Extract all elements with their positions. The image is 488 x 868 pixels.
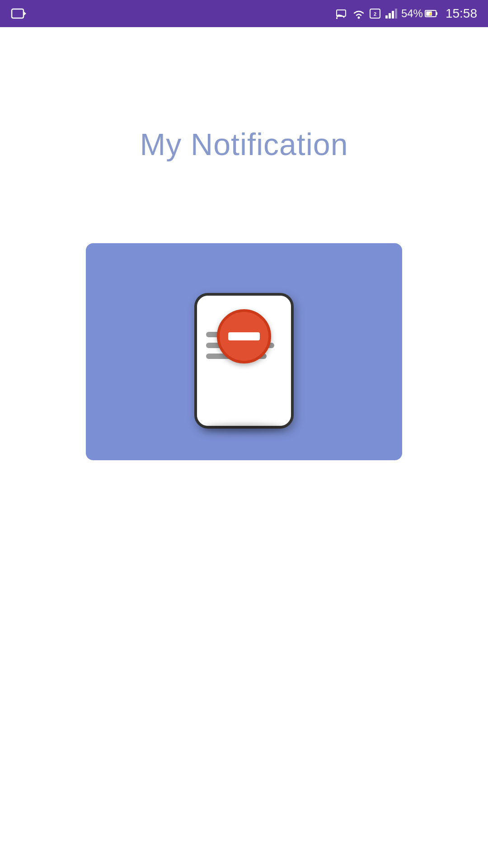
svg-marker-1 <box>23 11 26 16</box>
empty-notification-illustration <box>86 243 402 460</box>
svg-text:2: 2 <box>374 11 376 17</box>
svg-rect-9 <box>392 11 394 19</box>
battery-indicator: 54% ⚡ <box>401 7 438 20</box>
svg-rect-8 <box>389 13 391 19</box>
blocked-icon <box>217 309 271 363</box>
svg-rect-10 <box>395 9 397 19</box>
signal-icon <box>385 8 398 19</box>
svg-rect-7 <box>385 15 388 19</box>
phone-shadow <box>203 424 285 432</box>
battery-icon: ⚡ <box>425 9 438 18</box>
main-content: My Notification <box>0 27 488 460</box>
svg-point-4 <box>357 17 360 19</box>
svg-rect-0 <box>12 9 23 18</box>
wifi-icon <box>352 8 365 19</box>
status-icons: 2 54% ⚡ <box>336 7 438 20</box>
svg-point-3 <box>336 18 338 19</box>
sim2-icon: 2 <box>369 8 381 19</box>
screencast-icon <box>11 7 27 20</box>
svg-rect-12 <box>436 12 437 15</box>
status-bar-left <box>11 7 27 20</box>
blocked-icon-bar <box>228 332 260 340</box>
status-bar: 2 54% ⚡ 15:58 <box>0 0 488 27</box>
phone-graphic <box>172 266 316 438</box>
status-bar-right: 2 54% ⚡ 15:58 <box>336 6 477 21</box>
status-time: 15:58 <box>446 6 477 21</box>
svg-text:⚡: ⚡ <box>428 11 433 17</box>
phone-body <box>194 293 294 429</box>
cast-icon <box>336 8 349 19</box>
page-title: My Notification <box>140 127 348 162</box>
